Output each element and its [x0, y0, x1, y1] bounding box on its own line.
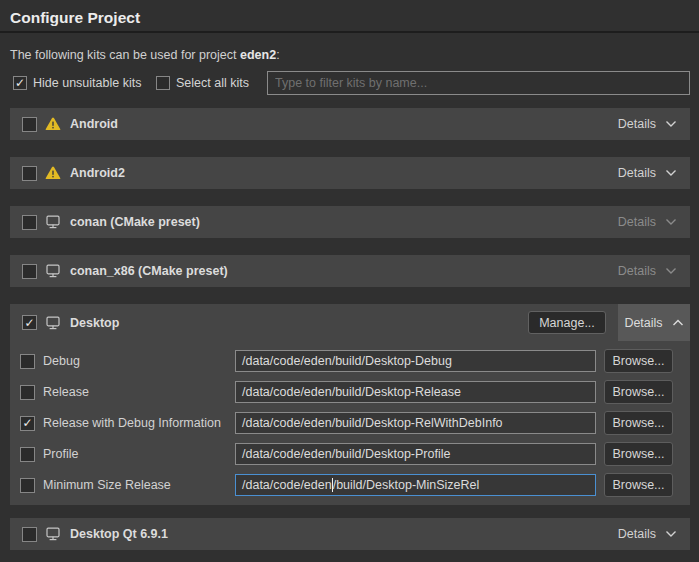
kit-checkbox-desktop[interactable]	[22, 315, 37, 330]
build-config-row-profile: Profile /data/code/eden/build/Desktop-Pr…	[10, 442, 690, 466]
config-label: Release	[43, 385, 89, 399]
build-dir-input-minsizerel[interactable]: /data/code/eden/build/Desktop-MinSizeRel	[235, 474, 596, 496]
build-config-row-minsizerel: Minimum Size Release /data/code/eden/bui…	[10, 473, 690, 497]
kit-name: Android	[70, 117, 118, 131]
build-config-row-debug: Debug /data/code/eden/build/Desktop-Debu…	[10, 349, 690, 373]
hide-unsuitable-kits-option: Hide unsuitable kits	[13, 76, 141, 90]
build-dir-input-debug[interactable]: /data/code/eden/build/Desktop-Debug	[235, 350, 596, 372]
config-checkbox-debug[interactable]	[20, 354, 35, 369]
config-label: Debug	[43, 354, 80, 368]
config-label: Profile	[43, 447, 78, 461]
kit-checkbox-android[interactable]	[22, 117, 37, 132]
kit-row-conan: conan (CMake preset) Details	[10, 206, 690, 238]
config-left: Minimum Size Release	[20, 473, 171, 497]
page-title: Configure Project	[10, 9, 140, 27]
kit-checkbox-conan-x86[interactable]	[22, 264, 37, 279]
hide-unsuitable-kits-label: Hide unsuitable kits	[33, 76, 141, 90]
browse-label: Browse...	[612, 385, 664, 399]
details-button[interactable]: Details	[618, 304, 690, 341]
desktop-icon	[45, 316, 61, 330]
browse-label: Browse...	[612, 416, 664, 430]
subtitle-colon: :	[276, 48, 279, 62]
browse-button-minsizerel[interactable]: Browse...	[604, 473, 673, 497]
config-checkbox-profile[interactable]	[20, 447, 35, 462]
build-dir-value: /data/code/eden/build/Desktop-RelWithDeb…	[242, 416, 503, 430]
kit-checkbox-android2[interactable]	[22, 166, 37, 181]
details-label: Details	[618, 527, 656, 541]
chevron-down-icon	[665, 120, 677, 128]
browse-button-debug[interactable]: Browse...	[604, 349, 673, 373]
details-label: Details	[618, 215, 656, 229]
config-checkbox-relwithdebinfo[interactable]	[20, 416, 35, 431]
details-label: Details	[618, 117, 656, 131]
desktop-icon	[45, 527, 61, 541]
chevron-down-icon	[665, 267, 677, 275]
build-dir-value-after-caret: /build/Desktop-MinSizeRel	[333, 478, 480, 492]
details-button[interactable]: Details	[618, 264, 677, 278]
kit-checkbox-conan[interactable]	[22, 215, 37, 230]
kit-name: conan (CMake preset)	[70, 215, 200, 229]
config-left: Debug	[20, 349, 80, 373]
subtitle-text: The following kits can be used for proje…	[10, 48, 240, 62]
build-dir-value: /data/code/eden/build/Desktop-Profile	[242, 447, 450, 461]
configure-project-view: Configure Project The following kits can…	[0, 0, 699, 562]
select-all-kits-checkbox[interactable]	[156, 76, 170, 90]
desktop-icon	[45, 264, 61, 278]
build-dir-value-before-caret: /data/code/eden	[242, 478, 332, 492]
manage-button[interactable]: Manage...	[528, 311, 606, 334]
kit-panel-desktop: Desktop Manage... Details Debug /data/co…	[10, 304, 690, 505]
details-label: Details	[624, 316, 662, 330]
kit-row-android2: Android2 Details	[10, 157, 690, 189]
browse-button-relwithdebinfo[interactable]: Browse...	[604, 411, 673, 435]
hide-unsuitable-kits-checkbox[interactable]	[13, 76, 27, 90]
chevron-down-icon	[665, 530, 677, 538]
kit-name: conan_x86 (CMake preset)	[70, 264, 228, 278]
kit-filter-input[interactable]	[267, 71, 690, 95]
chevron-up-icon	[672, 319, 684, 327]
build-dir-input-relwithdebinfo[interactable]: /data/code/eden/build/Desktop-RelWithDeb…	[235, 412, 596, 434]
browse-label: Browse...	[612, 354, 664, 368]
kit-name: Desktop	[70, 316, 119, 330]
kit-row-conan-x86: conan_x86 (CMake preset) Details	[10, 255, 690, 287]
details-button[interactable]: Details	[618, 215, 677, 229]
config-label: Minimum Size Release	[43, 478, 171, 492]
build-dir-value: /data/code/eden/build/Desktop-Release	[242, 385, 461, 399]
build-config-row-relwithdebinfo: Release with Debug Information /data/cod…	[10, 411, 690, 435]
warning-icon	[45, 117, 61, 131]
build-dir-input-release[interactable]: /data/code/eden/build/Desktop-Release	[235, 381, 596, 403]
kit-row-android: Android Details	[10, 108, 690, 140]
config-left: Profile	[20, 442, 78, 466]
browse-label: Browse...	[612, 478, 664, 492]
kit-name: Desktop Qt 6.9.1	[70, 527, 168, 541]
details-button[interactable]: Details	[618, 166, 677, 180]
browse-button-profile[interactable]: Browse...	[604, 442, 673, 466]
details-label: Details	[618, 166, 656, 180]
project-name: eden2	[240, 48, 276, 62]
browse-label: Browse...	[612, 447, 664, 461]
kits-subtitle: The following kits can be used for proje…	[10, 48, 280, 62]
chevron-down-icon	[665, 218, 677, 226]
config-checkbox-release[interactable]	[20, 385, 35, 400]
select-all-kits-option: Select all kits	[156, 76, 249, 90]
kit-row-desktop: Desktop Manage... Details	[10, 304, 690, 341]
manage-label: Manage...	[539, 316, 595, 330]
browse-button-release[interactable]: Browse...	[604, 380, 673, 404]
config-left: Release with Debug Information	[20, 411, 221, 435]
desktop-icon	[45, 215, 61, 229]
title-divider	[0, 31, 699, 33]
warning-icon	[45, 166, 61, 180]
select-all-kits-label: Select all kits	[176, 76, 249, 90]
config-label: Release with Debug Information	[43, 416, 221, 430]
kit-checkbox-desktop-qt-691[interactable]	[22, 527, 37, 542]
build-dir-value: /data/code/eden/build/Desktop-Debug	[242, 354, 452, 368]
build-config-row-release: Release /data/code/eden/build/Desktop-Re…	[10, 380, 690, 404]
details-button[interactable]: Details	[618, 527, 677, 541]
chevron-down-icon	[665, 169, 677, 177]
config-checkbox-minsizerel[interactable]	[20, 478, 35, 493]
build-dir-input-profile[interactable]: /data/code/eden/build/Desktop-Profile	[235, 443, 596, 465]
kit-name: Android2	[70, 166, 125, 180]
kit-row-desktop-qt-691: Desktop Qt 6.9.1 Details	[10, 518, 690, 550]
config-left: Release	[20, 380, 89, 404]
details-label: Details	[618, 264, 656, 278]
details-button[interactable]: Details	[618, 117, 677, 131]
